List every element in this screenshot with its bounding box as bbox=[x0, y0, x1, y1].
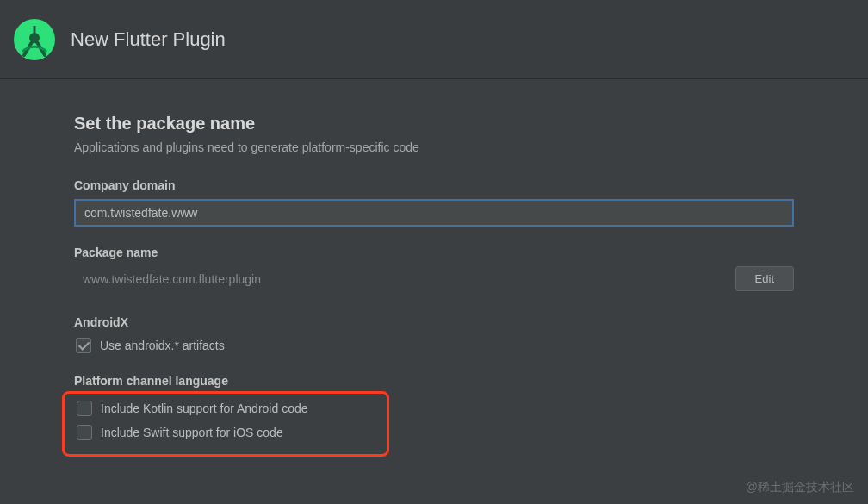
androidx-section: AndroidX Use androidx.* artifacts bbox=[74, 315, 794, 353]
kotlin-checkbox-label[interactable]: Include Kotlin support for Android code bbox=[101, 401, 308, 415]
androidx-group-label: AndroidX bbox=[74, 315, 794, 329]
package-name-label: Package name bbox=[74, 246, 794, 259]
content-area: Set the package name Applications and pl… bbox=[0, 79, 868, 457]
swift-checkbox[interactable] bbox=[77, 425, 92, 440]
androidx-checkbox[interactable] bbox=[76, 338, 91, 353]
edit-button[interactable]: Edit bbox=[735, 266, 794, 291]
kotlin-checkbox[interactable] bbox=[77, 401, 92, 416]
androidx-checkbox-row: Use androidx.* artifacts bbox=[74, 338, 794, 353]
kotlin-checkbox-row: Include Kotlin support for Android code bbox=[75, 401, 376, 416]
watermark: @稀土掘金技术社区 bbox=[746, 480, 854, 495]
company-domain-input[interactable] bbox=[74, 199, 794, 227]
dialog-title: New Flutter Plugin bbox=[71, 28, 226, 51]
package-name-row: www.twistedfate.com.flutterplugin Edit bbox=[74, 266, 794, 291]
section-title: Set the package name bbox=[74, 114, 794, 134]
header-bar: New Flutter Plugin bbox=[0, 0, 868, 79]
package-name-value: www.twistedfate.com.flutterplugin bbox=[74, 272, 735, 286]
highlight-box: Include Kotlin support for Android code … bbox=[62, 391, 389, 457]
platform-channel-group-label: Platform channel language bbox=[74, 374, 794, 388]
company-domain-label: Company domain bbox=[74, 178, 794, 192]
platform-channel-section: Platform channel language Include Kotlin… bbox=[74, 374, 794, 457]
section-subtitle: Applications and plugins need to generat… bbox=[74, 140, 794, 154]
swift-checkbox-row: Include Swift support for iOS code bbox=[75, 425, 376, 440]
androidx-checkbox-label[interactable]: Use androidx.* artifacts bbox=[100, 339, 225, 352]
swift-checkbox-label[interactable]: Include Swift support for iOS code bbox=[101, 426, 283, 439]
android-studio-logo-icon bbox=[14, 19, 55, 60]
